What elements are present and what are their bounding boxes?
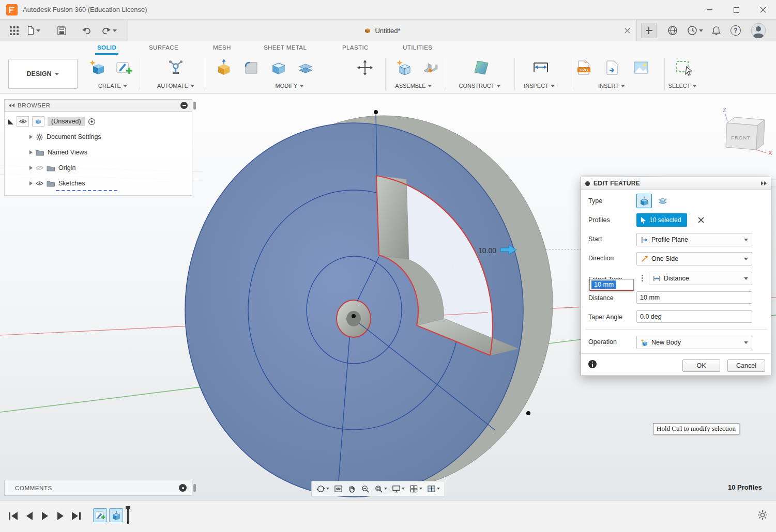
root-document-name[interactable]: (Unsaved) xyxy=(48,117,85,126)
user-avatar[interactable] xyxy=(749,20,768,41)
tab-surface[interactable]: SURFACE xyxy=(147,41,180,55)
step-forward-button[interactable] xyxy=(54,509,67,523)
group-construct[interactable]: CONSTRUCT xyxy=(459,82,500,90)
new-body-icon[interactable] xyxy=(88,58,106,77)
viewcube[interactable]: Z FRONT X xyxy=(712,104,773,157)
tree-item-origin[interactable]: Origin xyxy=(5,160,192,176)
viewcube-face-label[interactable]: FRONT xyxy=(731,135,751,140)
fit-button[interactable] xyxy=(372,482,389,495)
start-select[interactable]: Profile Plane xyxy=(636,233,752,246)
type-thin-extrude-button[interactable] xyxy=(655,194,671,208)
ok-button[interactable]: OK xyxy=(682,359,720,372)
direction-select[interactable]: One Side xyxy=(636,252,752,265)
comment-bubble-icon[interactable] xyxy=(179,484,187,492)
new-tab-button[interactable] xyxy=(641,23,657,38)
tab-close-icon[interactable] xyxy=(623,26,631,35)
press-pull-icon[interactable] xyxy=(215,58,233,77)
group-create[interactable]: CREATE xyxy=(98,82,127,90)
vertex-center[interactable] xyxy=(352,314,356,318)
document-tab[interactable]: Untitled* xyxy=(128,20,637,41)
shell-icon[interactable] xyxy=(269,58,288,77)
row-drag-handle[interactable] xyxy=(642,275,643,281)
collapse-all-icon[interactable] xyxy=(180,102,188,109)
distance-input[interactable] xyxy=(636,291,752,304)
extensions-globe-icon[interactable] xyxy=(664,20,681,41)
group-assemble[interactable]: ASSEMBLE xyxy=(395,82,432,90)
construction-plane-icon[interactable] xyxy=(472,58,491,77)
tab-mesh[interactable]: MESH xyxy=(211,41,233,55)
go-to-start-button[interactable] xyxy=(6,509,20,523)
save-button[interactable] xyxy=(54,20,69,41)
eye-off-icon[interactable] xyxy=(36,165,43,170)
expand-root-icon[interactable] xyxy=(8,119,13,124)
redo-button[interactable] xyxy=(98,20,120,41)
orbit-button[interactable] xyxy=(314,482,331,495)
minimize-button[interactable] xyxy=(696,0,722,20)
expand-icon[interactable] xyxy=(29,181,33,185)
activate-radio-icon[interactable] xyxy=(88,118,96,126)
job-status-clock-icon[interactable] xyxy=(684,20,705,41)
timeline-settings-gear-icon[interactable] xyxy=(757,510,768,522)
timeline-position-marker[interactable] xyxy=(127,507,129,524)
pan-button[interactable] xyxy=(345,482,358,495)
move-copy-icon[interactable] xyxy=(356,58,374,77)
grid-snap-button[interactable] xyxy=(407,482,424,495)
group-select[interactable]: SELECT xyxy=(668,82,697,90)
cut-wall-flat[interactable] xyxy=(376,176,409,259)
timeline-sketch-feature[interactable] xyxy=(93,508,107,522)
expand-dialog-icon[interactable] xyxy=(761,181,767,185)
viewports-button[interactable] xyxy=(425,482,442,495)
step-back-button[interactable] xyxy=(23,509,36,523)
expand-icon[interactable] xyxy=(29,150,33,154)
undo-button[interactable] xyxy=(79,20,94,41)
display-settings-button[interactable] xyxy=(390,482,407,495)
zoom-button[interactable] xyxy=(359,482,372,495)
tab-solid[interactable]: SOLID xyxy=(95,41,118,55)
canvas-icon[interactable] xyxy=(632,58,650,77)
new-component-icon[interactable] xyxy=(395,58,414,77)
tree-item-document-settings[interactable]: Document Settings xyxy=(5,129,192,145)
timeline-extrude-feature[interactable] xyxy=(109,508,123,522)
comments-resize-handle[interactable] xyxy=(193,484,196,492)
cancel-button[interactable]: Cancel xyxy=(727,359,765,372)
dimension-value[interactable]: 10.00 xyxy=(478,246,496,255)
joint-icon[interactable] xyxy=(421,58,439,77)
vertex-right[interactable] xyxy=(526,411,530,415)
group-automate[interactable]: AUTOMATE xyxy=(157,82,194,90)
look-at-button[interactable] xyxy=(332,482,345,495)
app-grid-icon[interactable] xyxy=(5,20,23,41)
design-workspace-selector[interactable]: DESIGN xyxy=(8,59,78,89)
profiles-selected-button[interactable]: 10 selected xyxy=(636,213,687,227)
create-sketch-icon[interactable] xyxy=(115,58,133,77)
comments-bar[interactable]: COMMENTS xyxy=(4,480,192,496)
collapse-panel-icon[interactable] xyxy=(9,103,14,107)
document-root-icon[interactable] xyxy=(32,116,44,127)
tab-utilities[interactable]: UTILITIES xyxy=(401,41,434,55)
automate-icon[interactable] xyxy=(166,58,185,77)
tree-item-sketches[interactable]: Sketches xyxy=(5,176,192,191)
extent-type-select[interactable]: Distance xyxy=(649,272,752,285)
tab-sheet-metal[interactable]: SHEET METAL xyxy=(262,41,309,55)
group-modify[interactable]: MODIFY xyxy=(276,82,304,90)
maximize-button[interactable] xyxy=(723,0,749,20)
notifications-bell-icon[interactable] xyxy=(707,20,725,41)
close-button[interactable] xyxy=(750,0,776,20)
browser-resize-handle[interactable] xyxy=(193,102,196,109)
group-inspect[interactable]: INSPECT xyxy=(524,82,555,90)
play-button[interactable] xyxy=(38,509,52,523)
type-extrude-button[interactable] xyxy=(636,194,652,208)
tree-root-row[interactable]: (Unsaved) xyxy=(5,114,192,129)
vertex-top[interactable] xyxy=(374,110,378,114)
dialog-header[interactable]: EDIT FEATURE xyxy=(581,177,771,190)
expand-icon[interactable] xyxy=(29,166,33,170)
taper-angle-input[interactable] xyxy=(636,310,752,323)
offset-plane-icon[interactable] xyxy=(297,58,315,77)
clear-selection-icon[interactable] xyxy=(697,216,705,224)
insert-svg-icon[interactable]: SVG xyxy=(575,58,594,77)
expand-icon[interactable] xyxy=(29,135,33,139)
extruded-disc-body[interactable] xyxy=(185,110,553,497)
insert-derive-icon[interactable] xyxy=(603,58,621,77)
visibility-eye-icon[interactable] xyxy=(17,116,29,127)
select-tool-icon[interactable] xyxy=(675,58,693,77)
dimension-edit-field[interactable]: 10 mm xyxy=(589,279,634,291)
